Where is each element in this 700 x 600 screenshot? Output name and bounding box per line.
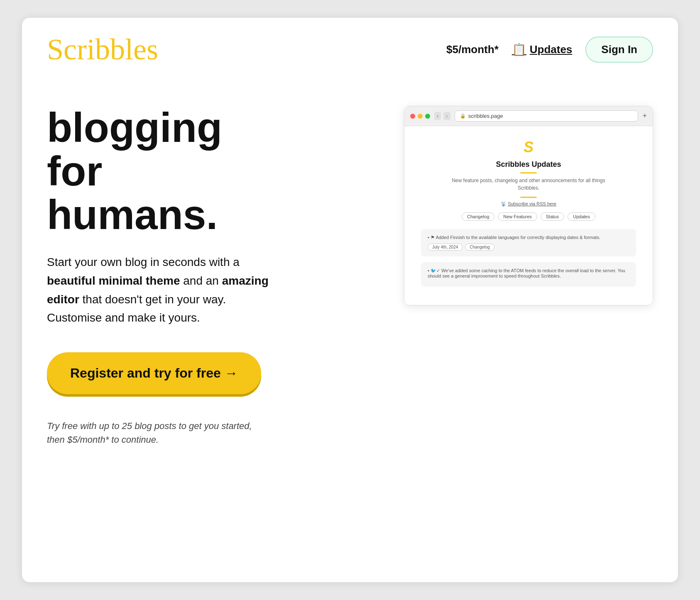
- browser-dots: [410, 114, 430, 119]
- url-text: scribbles.page: [468, 113, 503, 119]
- post-1-tags: July 4th, 2024 Changelog: [428, 244, 629, 251]
- post-1-meta: • ⚑ Added Finnish to the available langu…: [428, 235, 629, 240]
- tag-changelog[interactable]: Changelog: [462, 212, 494, 221]
- main-content: blogging for humans. Start your own blog…: [47, 106, 653, 446]
- updates-label: Updates: [530, 43, 573, 56]
- free-note: Try free with up to 25 blog posts to get…: [47, 419, 279, 446]
- updates-link[interactable]: 📋 Updates: [512, 43, 573, 56]
- hero-heading-line1: blogging for: [47, 104, 222, 194]
- browser-content: S Scribbles Updates New feature posts, c…: [404, 126, 653, 305]
- blog-logo: S: [421, 139, 636, 156]
- browser-mockup: ‹ › 🔒 scribbles.page + S Scribbles Updat…: [404, 106, 653, 305]
- new-tab-button[interactable]: +: [642, 112, 647, 120]
- url-bar[interactable]: 🔒 scribbles.page: [455, 110, 639, 122]
- blog-desc-line2: Scribbles.: [518, 185, 540, 191]
- lock-icon: 🔒: [460, 113, 466, 119]
- updates-icon: 📋: [512, 43, 526, 56]
- tag-status[interactable]: Status: [541, 212, 564, 221]
- blog-logo-s: S: [524, 139, 534, 156]
- browser-toolbar: ‹ › 🔒 scribbles.page +: [404, 106, 653, 126]
- free-note-line2: then $5/month* to continue.: [47, 434, 159, 445]
- post-card-1: • ⚑ Added Finnish to the available langu…: [421, 229, 636, 256]
- logo: Scribbles: [47, 34, 158, 64]
- hero-subtext-prefix: Start your own blog in seconds with a: [47, 256, 240, 268]
- forward-button[interactable]: ›: [443, 112, 450, 120]
- free-note-line1: Try free with up to 25 blog posts to get…: [47, 421, 252, 431]
- cta-button[interactable]: Register and try for free →: [47, 352, 261, 394]
- hero-subtext-bold1: beautiful minimal theme: [47, 274, 180, 287]
- hero-heading: blogging for humans.: [47, 106, 279, 237]
- back-button[interactable]: ‹: [434, 112, 441, 120]
- rss-anchor[interactable]: Subscribe via RSS here: [508, 201, 556, 206]
- post-card-2: • 🐦✓ We've added some caching to the ATO…: [421, 262, 636, 287]
- rss-link: 📡 Subscribe via RSS here: [421, 201, 636, 207]
- right-column: ‹ › 🔒 scribbles.page + S Scribbles Updat…: [404, 106, 653, 305]
- post-1-category-tag: Changelog: [465, 244, 494, 251]
- blog-divider: [520, 172, 537, 173]
- blog-desc-line1: New feature posts, changelog and other a…: [452, 178, 605, 183]
- hero-heading-line2: humans.: [47, 191, 218, 238]
- blog-divider-2: [520, 197, 537, 198]
- page-container: Scribbles $5/month* 📋 Updates Sign In bl…: [22, 18, 678, 582]
- header-right: $5/month* 📋 Updates Sign In: [446, 37, 653, 63]
- dot-green: [425, 114, 430, 119]
- post-2-text: We've added some caching to the ATOM fee…: [428, 268, 625, 278]
- signin-button[interactable]: Sign In: [585, 37, 653, 63]
- browser-nav: ‹ ›: [434, 112, 450, 120]
- hero-subtext-mid: and an: [180, 274, 222, 287]
- blog-title: Scribbles Updates: [421, 160, 636, 169]
- dot-yellow: [418, 114, 423, 119]
- blog-description: New feature posts, changelog and other a…: [421, 177, 636, 192]
- post-2-meta: • 🐦✓ We've added some caching to the ATO…: [428, 268, 629, 278]
- tag-row: Changelog New Features Status Updates: [421, 212, 636, 221]
- hero-subtext: Start your own blog in seconds with a be…: [47, 253, 279, 327]
- tag-new-features[interactable]: New Features: [498, 212, 537, 221]
- price-label: $5/month*: [446, 43, 499, 56]
- dot-red: [410, 114, 415, 119]
- header: Scribbles $5/month* 📋 Updates Sign In: [47, 34, 653, 73]
- left-column: blogging for humans. Start your own blog…: [47, 106, 279, 446]
- post-1-emoji: • ⚑: [428, 235, 435, 240]
- post-1-text: Added Finnish to the available languages…: [436, 235, 600, 240]
- post-2-emoji: • 🐦✓: [428, 268, 440, 273]
- tag-updates[interactable]: Updates: [568, 212, 595, 221]
- post-1-date-tag: July 4th, 2024: [428, 244, 463, 251]
